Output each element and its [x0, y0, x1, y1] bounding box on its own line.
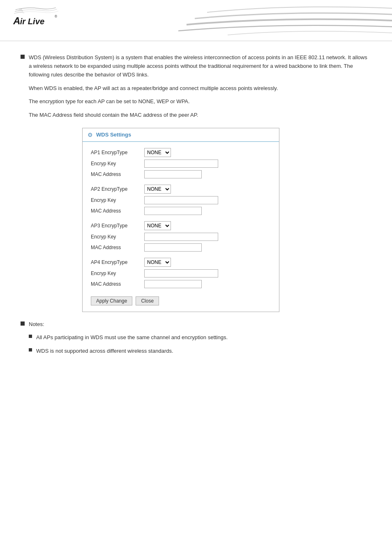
header-decoration — [145, 0, 392, 41]
ap2-encryptype-select[interactable]: NONE WEP WPA — [144, 185, 171, 194]
wds-settings-icon: ⚙ — [88, 132, 93, 138]
wds-panel-header: ⚙ WDS Settings — [83, 128, 279, 142]
text-block-2: The encryption type for each AP can be s… — [29, 97, 371, 106]
section-text-1: WDS (Wireless Distribution System) is a … — [29, 53, 371, 79]
ap1-mac-input[interactable] — [144, 170, 202, 178]
text-block-1: When WDS is enabled, the AP will act as … — [29, 84, 371, 93]
svg-text:ir Live: ir Live — [20, 17, 44, 26]
sub-bullet-2: WDS is not supported across different wi… — [29, 347, 371, 356]
ap4-encryptype-select[interactable]: NONE WEP WPA — [144, 258, 171, 267]
main-content: WDS (Wireless Distribution System) is a … — [0, 41, 392, 373]
sub-bullet-icon-2 — [29, 348, 32, 352]
bullet-icon-2 — [21, 321, 25, 326]
ap2-encryptype-row: AP2 EncrypType NONE WEP WPA — [91, 185, 271, 194]
sub-text-2: WDS is not supported across different wi… — [36, 347, 173, 356]
ap2-section: AP2 EncrypType NONE WEP WPA Encryp Key M… — [91, 185, 271, 215]
ap4-mac-label: MAC Address — [91, 281, 144, 287]
wds-panel-title: WDS Settings — [96, 132, 131, 138]
ap4-mac-input[interactable] — [144, 280, 202, 288]
sub-section-2: WDS is not supported across different wi… — [29, 347, 371, 356]
ap3-encrypkey-input[interactable] — [144, 233, 218, 241]
section-text-2: Notes: — [29, 320, 44, 329]
ap1-mac-label: MAC Address — [91, 171, 144, 177]
ap4-encrypkey-input[interactable] — [144, 269, 218, 278]
ap2-encrypkey-label: Encryp Key — [91, 197, 144, 203]
ap3-section: AP3 EncrypType NONE WEP WPA Encryp Key M… — [91, 221, 271, 252]
section-bullet-1: WDS (Wireless Distribution System) is a … — [21, 53, 371, 79]
ap4-encryptype-label: AP4 EncrypType — [91, 259, 144, 265]
ap4-section: AP4 EncrypType NONE WEP WPA Encryp Key M… — [91, 258, 271, 288]
ap4-mac-row: MAC Address — [91, 280, 271, 288]
page-header: A ir Live ® — [0, 0, 392, 41]
ap3-encryptype-label: AP3 EncrypType — [91, 223, 144, 229]
buttons-row: Apply Change Close — [91, 294, 271, 305]
svg-text:®: ® — [55, 15, 57, 18]
ap2-mac-label: MAC Address — [91, 208, 144, 214]
ap4-encrypkey-row: Encryp Key — [91, 269, 271, 278]
ap2-mac-input[interactable] — [144, 207, 202, 215]
ap4-encryptype-row: AP4 EncrypType NONE WEP WPA — [91, 258, 271, 267]
ap3-mac-label: MAC Address — [91, 245, 144, 250]
section-bullet-2: Notes: — [21, 320, 371, 329]
sub-section-1: All APs participating in WDS must use th… — [29, 333, 371, 342]
ap2-encryptype-label: AP2 EncrypType — [91, 186, 144, 192]
ap3-encrypkey-label: Encryp Key — [91, 234, 144, 240]
airlive-logo: A ir Live ® — [12, 6, 62, 29]
ap2-encrypkey-input[interactable] — [144, 196, 218, 204]
ap1-encrypkey-input[interactable] — [144, 160, 218, 168]
ap2-mac-row: MAC Address — [91, 207, 271, 215]
ap1-encryptype-label: AP1 EncrypType — [91, 150, 144, 155]
logo-svg: A ir Live ® — [12, 6, 62, 29]
svg-text:A: A — [13, 15, 20, 26]
logo-area: A ir Live ® — [12, 6, 62, 29]
sub-bullet-1: All APs participating in WDS must use th… — [29, 333, 371, 342]
ap3-encryptype-row: AP3 EncrypType NONE WEP WPA — [91, 221, 271, 230]
ap1-encryptype-row: AP1 EncrypType NONE WEP WPA — [91, 148, 271, 157]
wds-panel-body: AP1 EncrypType NONE WEP WPA Encryp Key M… — [83, 142, 279, 312]
ap3-mac-input[interactable] — [144, 243, 202, 252]
apply-change-button[interactable]: Apply Change — [91, 296, 132, 305]
sub-text-1: All APs participating in WDS must use th… — [36, 333, 228, 342]
ap2-encrypkey-row: Encryp Key — [91, 196, 271, 204]
ap4-encrypkey-label: Encryp Key — [91, 271, 144, 276]
ap3-mac-row: MAC Address — [91, 243, 271, 252]
ap1-section: AP1 EncrypType NONE WEP WPA Encryp Key M… — [91, 148, 271, 178]
ap3-encryptype-select[interactable]: NONE WEP WPA — [144, 221, 171, 230]
bullet-icon-1 — [21, 55, 25, 59]
ap1-encryptype-select[interactable]: NONE WEP WPA — [144, 148, 171, 157]
close-button[interactable]: Close — [136, 296, 159, 305]
ap3-encrypkey-row: Encryp Key — [91, 233, 271, 241]
wds-settings-panel: ⚙ WDS Settings AP1 EncrypType NONE WEP W… — [82, 128, 279, 312]
text-block-3: The MAC Address field should contain the… — [29, 111, 371, 120]
sub-bullet-icon-1 — [29, 335, 32, 338]
ap1-encrypkey-label: Encryp Key — [91, 161, 144, 166]
ap1-mac-row: MAC Address — [91, 170, 271, 178]
ap1-encrypkey-row: Encryp Key — [91, 160, 271, 168]
